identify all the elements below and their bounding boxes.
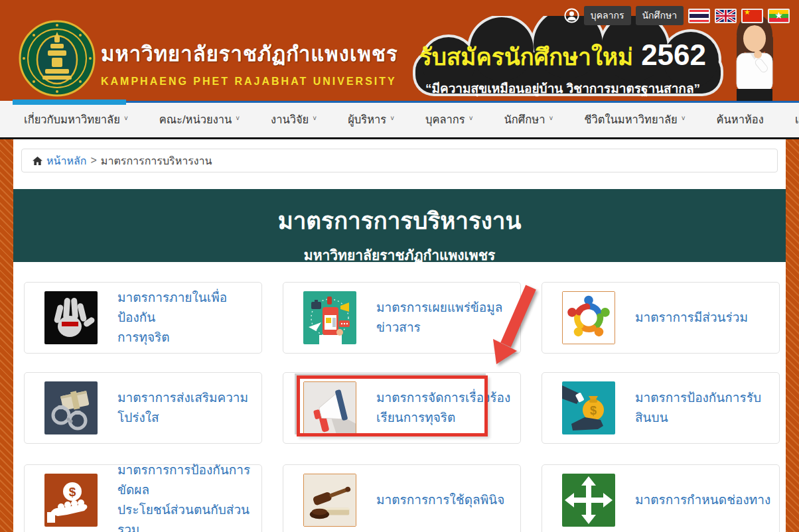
nav-item-students[interactable]: นักศึกษา˅ <box>504 111 553 128</box>
chevron-down-icon: ˅ <box>549 115 553 122</box>
breadcrumb: หน้าหลัก > มาตรการการบริหารงาน <box>21 149 778 172</box>
promo-year: 2562 <box>641 38 706 72</box>
card-bribery-prevention[interactable]: $ มาตรการป้องกันการรับ สินบน <box>542 372 780 444</box>
university-name-block: มหาวิทยาลัยราชภัฏกำแพงเพชร KAMPHAENG PHE… <box>101 37 398 88</box>
home-icon <box>33 156 42 166</box>
card-label: การทุจริต <box>117 328 257 348</box>
card-label: มาตรการการใช้ดุลพินิจ <box>376 490 516 510</box>
flag-thailand-icon[interactable] <box>688 9 710 23</box>
card-discretion[interactable]: มาตรการการใช้ดุลพินิจ <box>283 464 521 532</box>
chevron-down-icon: ˅ <box>469 115 473 122</box>
promo-title: รับสมัครนักศึกษาใหม่ 2562 <box>417 38 709 75</box>
channel-arrows-icon <box>562 474 615 527</box>
annotation-highlight-box <box>297 375 488 436</box>
card-channel-designation[interactable]: มาตรการกำหนดช่องทาง <box>542 464 780 532</box>
page-title: มาตรการการบริหารงาน <box>13 202 786 239</box>
flag-china-icon[interactable]: ★ <box>741 9 763 23</box>
flag-myanmar-icon[interactable]: ★ <box>768 9 790 23</box>
student-button[interactable]: นักศึกษา <box>636 6 684 25</box>
conflict-of-interest-hand-icon: $ <box>44 474 98 527</box>
nav-item-faculties[interactable]: คณะ/หน่วยงาน˅ <box>159 111 240 128</box>
chevron-down-icon: ˅ <box>236 115 240 122</box>
nav-item-room-search[interactable]: ค้นหาห้อง <box>717 111 764 128</box>
card-label: มาตรการภายในเพื่อป้องกัน <box>117 288 257 328</box>
university-name-thai: มหาวิทยาลัยราชภัฏกำแพงเพชร <box>101 37 398 70</box>
university-name-english: KAMPHAENG PHET RAJABHAT UNIVERSITY <box>101 76 398 88</box>
main-navigation: เกี่ยวกับมหาวิทยาลัย˅ คณะ/หน่วยงาน˅ งานว… <box>0 101 799 139</box>
university-seal-logo[interactable] <box>19 20 96 97</box>
card-label: มาตรการป้องกันการรับ <box>635 388 774 408</box>
nav-item-executives[interactable]: ผู้บริหาร˅ <box>348 111 394 128</box>
card-label: มาตราการมีส่วนร่วม <box>635 308 774 328</box>
breadcrumb-current: มาตรการการบริหารงาน <box>101 153 212 169</box>
nav-item-about[interactable]: เกี่ยวกับมหาวิทยาลัย˅ <box>24 111 128 128</box>
page-title-banner: มาตรการการบริหารงาน มหาวิทยาลัยราชภัฏกำแ… <box>13 189 786 262</box>
handcuffs-money-icon <box>44 381 98 434</box>
participation-people-circle-icon <box>562 291 615 344</box>
anti-corruption-hand-icon <box>44 291 98 344</box>
svg-text:$: $ <box>69 485 76 499</box>
svg-text:$: $ <box>590 404 597 417</box>
card-transparency-promotion[interactable]: มาตราการส่งเสริมความ โปร่งใส <box>24 372 262 444</box>
card-label: ประโยชน์ส่วนตนกับส่วนรวม <box>117 500 257 532</box>
promo-headline: รับสมัครนักศึกษาใหม่ <box>419 38 633 75</box>
gavel-judgement-icon <box>303 474 356 527</box>
bribe-money-bag-icon: $ <box>562 381 615 434</box>
nav-item-news[interactable]: แจ้งข่าวสาร <box>795 111 799 128</box>
nav-item-campus-life[interactable]: ชีวิตในมหาวิทยาลัย˅ <box>584 111 685 128</box>
card-label: สินบน <box>635 408 774 428</box>
card-label: มาตรการกำหนดช่องทาง <box>635 490 774 510</box>
breadcrumb-home-link[interactable]: หน้าหลัก <box>46 153 87 169</box>
page-subtitle: มหาวิทยาลัยราชภัฏกำแพงเพชร <box>13 244 786 266</box>
staff-button[interactable]: บุคลากร <box>584 6 631 25</box>
nav-top-line <box>125 101 799 103</box>
card-label: โปร่งใส <box>117 408 257 428</box>
card-internal-anti-corruption[interactable]: มาตรการภายในเพื่อป้องกัน การทุจริต <box>24 282 262 354</box>
person-circle-icon[interactable] <box>564 8 579 23</box>
promo-tagline: “มีความสุขเหมือนอยู่บ้าน วิชาการมาตรฐานส… <box>417 78 709 98</box>
chevron-down-icon: ˅ <box>313 115 317 122</box>
nav-item-staff[interactable]: บุคลากร˅ <box>425 111 473 128</box>
nav-item-research[interactable]: งานวิจัย˅ <box>271 111 317 128</box>
card-participation[interactable]: มาตราการมีส่วนร่วม <box>542 282 780 354</box>
chevron-down-icon: ˅ <box>124 115 128 122</box>
breadcrumb-separator: > <box>91 155 97 166</box>
admissions-promo-banner[interactable]: รับสมัครนักศึกษาใหม่ 2562 “มีความสุขเหมื… <box>397 16 795 101</box>
card-label: มาตราการส่งเสริมความ <box>117 388 257 408</box>
flag-united-kingdom-icon[interactable] <box>715 9 737 23</box>
nav-active-indicator <box>13 100 126 105</box>
public-relations-phone-icon <box>303 291 356 344</box>
topbar: บุคลากร นักศึกษา ★ ★ <box>564 6 790 25</box>
site-header: มหาวิทยาลัยราชภัฏกำแพงเพชร KAMPHAENG PHE… <box>0 0 799 101</box>
card-label: มาตรการการป้องกันการขัดผล <box>117 460 257 500</box>
card-conflict-of-interest[interactable]: $ มาตรการการป้องกันการขัดผล ประโยชน์ส่วน… <box>24 464 262 532</box>
chevron-down-icon: ˅ <box>390 115 394 122</box>
chevron-down-icon: ˅ <box>682 115 686 122</box>
annotation-arrow <box>471 282 544 378</box>
